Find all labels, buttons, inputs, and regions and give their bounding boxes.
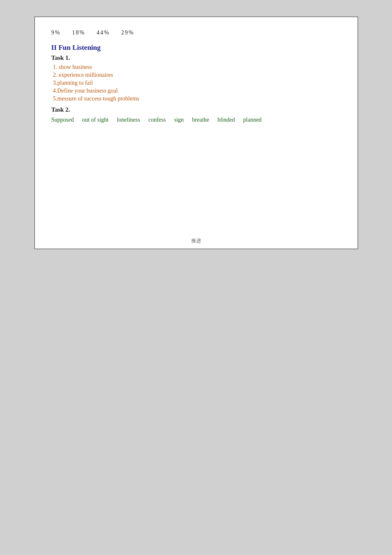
task1-item-3: 3.planning to fail (51, 80, 341, 86)
vocab-5: breathe (192, 117, 209, 123)
task1-items: 1. show business 2. experience millionai… (51, 64, 341, 102)
pct-1: 9% (51, 29, 61, 36)
section-title: II Fun Listening (51, 44, 341, 52)
vocab-1: out of sight (82, 117, 109, 123)
vocab-line: Supposed out of sight loneliness confess… (51, 117, 341, 123)
vocab-3: confess (149, 117, 166, 123)
task1-item-1: 1. show business (51, 64, 341, 71)
page-container: 9% 18% 44% 29% II Fun Listening Task 1. … (34, 17, 358, 249)
vocab-2: loneliness (117, 117, 140, 123)
pct-4: 29% (121, 29, 134, 36)
vocab-7: planned (243, 117, 261, 123)
vocab-6: blinded (217, 117, 235, 123)
task2-title: Task 2. (51, 106, 341, 113)
task1-item-5: 5.messure of success tough problems (51, 95, 341, 102)
vocab-0: Supposed (51, 117, 74, 123)
task1-title: Task 1. (51, 54, 341, 61)
percentages-line: 9% 18% 44% 29% (51, 29, 341, 36)
pct-3: 44% (97, 29, 110, 36)
pct-2: 18% (72, 29, 85, 36)
vocab-4: sign (174, 117, 184, 123)
page-number: 推进 (191, 237, 201, 244)
task1-item-4: 4.Define your business goal (51, 88, 341, 94)
task1-item-2: 2. experience millionaires (51, 72, 341, 78)
